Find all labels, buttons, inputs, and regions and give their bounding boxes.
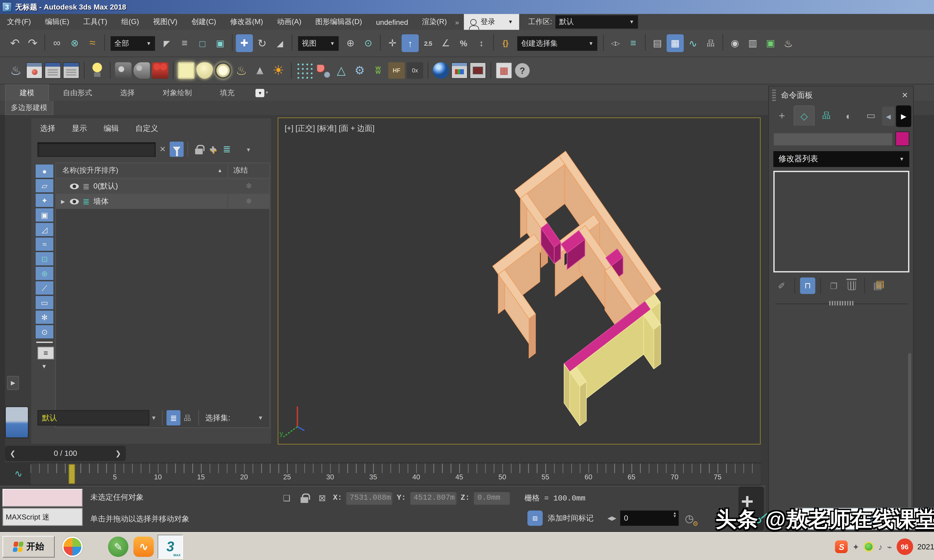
modifier-list-dropdown[interactable]: 修改器列表 ▼ bbox=[773, 151, 909, 167]
viewport-label[interactable]: [+] [正交] [标准] [面 + 边面] bbox=[285, 123, 375, 134]
menu-overflow-chevron[interactable]: » bbox=[455, 18, 459, 26]
building-red-icon[interactable] bbox=[496, 62, 512, 78]
start-button[interactable]: 开始 bbox=[3, 536, 55, 558]
spinner-icon[interactable]: ▲▼ bbox=[673, 512, 677, 518]
light-sphere-icon[interactable] bbox=[196, 62, 213, 78]
menu-rendering[interactable]: 渲染(R) bbox=[415, 14, 454, 30]
configure-icon[interactable] bbox=[870, 278, 885, 294]
menu-views[interactable]: 视图(V) bbox=[146, 14, 184, 30]
ox-preset-icon[interactable] bbox=[407, 62, 423, 78]
shapes-icon[interactable] bbox=[35, 178, 54, 193]
current-frame-field[interactable]: 0 ▲▼ bbox=[620, 511, 679, 526]
show-end-icon[interactable] bbox=[800, 278, 815, 294]
reference-coordinate-dropdown[interactable]: 视图▼ bbox=[298, 36, 339, 51]
rendered-frame-icon[interactable] bbox=[762, 34, 779, 52]
menu-create[interactable]: 创建(C) bbox=[184, 14, 223, 30]
undo-icon[interactable] bbox=[6, 34, 23, 52]
next-frame-icon[interactable] bbox=[649, 490, 656, 507]
teapot-gold-icon[interactable] bbox=[233, 62, 250, 78]
helpers-icon[interactable] bbox=[35, 222, 54, 237]
link-icon[interactable] bbox=[48, 34, 66, 52]
hierarchy-icon[interactable] bbox=[816, 105, 837, 126]
teapot-render-icon[interactable] bbox=[8, 62, 24, 78]
schematic-view-icon[interactable] bbox=[702, 34, 719, 52]
spacewarps-icon[interactable] bbox=[35, 237, 54, 251]
panel-tabs-prev-button[interactable]: ◀ bbox=[882, 107, 895, 126]
snap-percent-icon[interactable] bbox=[455, 34, 472, 52]
close-icon[interactable]: ✕ bbox=[902, 91, 908, 100]
ribbon-flyout-button[interactable]: ▼▾ bbox=[253, 87, 270, 98]
cone-light-icon[interactable] bbox=[251, 62, 268, 78]
photo-frame-icon[interactable] bbox=[470, 62, 486, 78]
select-place-icon[interactable] bbox=[384, 34, 401, 52]
docked-panel-button[interactable] bbox=[5, 406, 29, 438]
taskbar-3dsmax-button[interactable]: 3 MAX bbox=[158, 535, 183, 559]
time-configuration-icon[interactable]: ◷ bbox=[685, 512, 694, 525]
object-name-field[interactable] bbox=[773, 132, 893, 145]
object-color-swatch[interactable] bbox=[895, 131, 909, 146]
pyramid-icon[interactable] bbox=[333, 62, 350, 78]
lock-icon[interactable] bbox=[192, 142, 206, 157]
light-rect-icon[interactable] bbox=[178, 62, 194, 78]
notification-badge[interactable]: 96 bbox=[897, 538, 913, 555]
xyz-icon[interactable] bbox=[315, 490, 329, 506]
select-object-icon[interactable] bbox=[158, 34, 176, 52]
maxscript-mini-listener[interactable] bbox=[3, 489, 83, 507]
workspace-select[interactable]: 默认 ▼ bbox=[555, 15, 638, 29]
bones-icon[interactable] bbox=[35, 281, 54, 295]
sogou-icon[interactable]: S bbox=[835, 540, 848, 553]
panel-drag-handle[interactable] bbox=[772, 89, 776, 101]
selection-set-dropdown-icon[interactable]: ▼ bbox=[253, 410, 268, 426]
ball-chain-icon[interactable] bbox=[314, 62, 331, 78]
pin-icon[interactable] bbox=[774, 278, 789, 294]
toggle-ribbon-icon[interactable] bbox=[666, 34, 684, 52]
display-list-button[interactable]: ≡ bbox=[37, 347, 54, 359]
menu-file[interactable]: 文件(F) bbox=[0, 14, 38, 30]
taskbar-360-icon[interactable] bbox=[61, 535, 84, 558]
layer-list-button[interactable]: ≣ bbox=[166, 410, 180, 426]
tray-tool-icon[interactable]: ✦ bbox=[852, 542, 859, 551]
column-freeze-header[interactable]: 冻结 bbox=[228, 163, 270, 178]
bind-spacewarp-icon[interactable] bbox=[84, 34, 101, 52]
ribbon-tab-freeform[interactable]: 自由形式 bbox=[49, 85, 106, 101]
next-frame-button[interactable]: ❯ bbox=[111, 449, 126, 457]
polygon-modeling-tab[interactable]: 多边形建模 bbox=[5, 101, 53, 115]
visibility-eye-icon[interactable] bbox=[70, 198, 79, 204]
explorer-menu-customize[interactable]: 自定义 bbox=[136, 123, 158, 134]
material-editor-icon[interactable] bbox=[726, 34, 743, 52]
snap-toggle-icon[interactable] bbox=[402, 34, 419, 52]
taskbar-ucbrowser-icon[interactable]: ∿ bbox=[132, 535, 155, 558]
snap-angle-icon[interactable] bbox=[437, 34, 454, 52]
table-row[interactable]: ≣ 0(默认) ❄ bbox=[56, 178, 270, 194]
render-settings-icon[interactable] bbox=[63, 62, 79, 78]
selection-filter-dropdown[interactable]: 全部▼ bbox=[111, 36, 155, 51]
explorer-search-input[interactable] bbox=[37, 142, 156, 157]
unlink-icon[interactable] bbox=[66, 34, 83, 52]
select-by-name-icon[interactable] bbox=[176, 34, 193, 52]
sun-icon[interactable] bbox=[270, 62, 287, 78]
isolate-selection-button[interactable]: ⧈ bbox=[527, 511, 543, 526]
menu-tools[interactable]: 工具(T) bbox=[76, 14, 114, 30]
explorer-menu-select[interactable]: 选择 bbox=[40, 123, 55, 134]
plug-icon[interactable]: ⌁ bbox=[887, 542, 892, 551]
speaker-icon[interactable]: ♪ bbox=[879, 542, 882, 551]
modify-icon[interactable] bbox=[794, 105, 815, 126]
geometry-icon[interactable] bbox=[35, 164, 54, 178]
tray-antivirus-icon[interactable] bbox=[864, 542, 874, 552]
hierarchy-list-button[interactable]: 品 bbox=[180, 410, 194, 426]
camera-track-icon[interactable] bbox=[133, 62, 150, 78]
play-icon[interactable] bbox=[642, 490, 648, 507]
render-flyout-icon[interactable] bbox=[26, 62, 42, 78]
explorer-menu-display[interactable]: 显示 bbox=[72, 123, 87, 134]
scale-icon[interactable] bbox=[271, 34, 288, 52]
add-filter-icon[interactable] bbox=[206, 142, 220, 157]
menu-undefined[interactable]: undefined bbox=[369, 14, 415, 30]
lights-icon[interactable] bbox=[35, 193, 54, 208]
login-button[interactable]: 登录 ▼ bbox=[464, 14, 519, 30]
place-highlight-icon[interactable] bbox=[89, 62, 105, 78]
panel-expand-button[interactable]: ▶ bbox=[7, 376, 19, 390]
y-coordinate-field[interactable]: 4512.807m bbox=[410, 491, 457, 505]
maxscript-label[interactable]: MAXScript 迷 bbox=[3, 508, 83, 526]
taskbar-coreldraw-icon[interactable]: ✎ bbox=[107, 535, 129, 558]
prev-frame-icon[interactable] bbox=[634, 490, 641, 507]
